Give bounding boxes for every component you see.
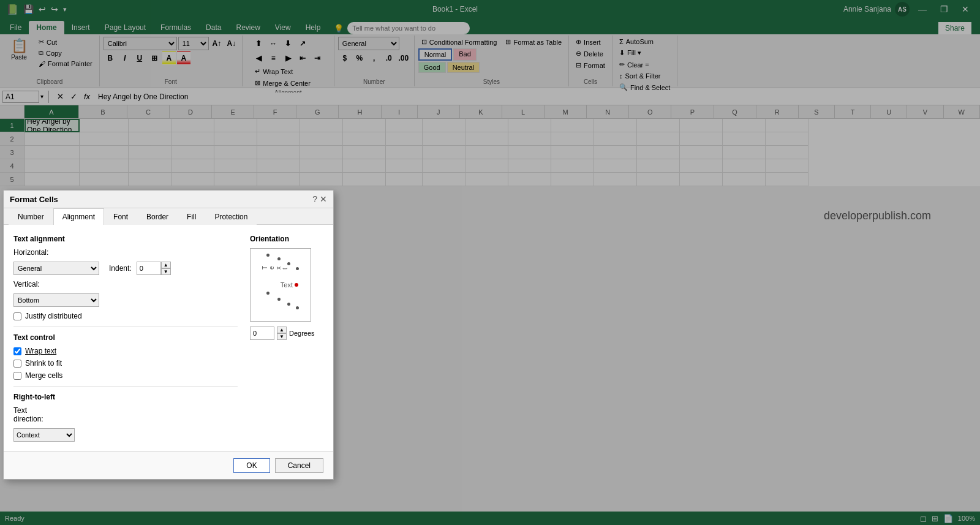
orientation-dot-7 bbox=[287, 303, 290, 306]
dialog-two-col: Text alignment Horizontal: General Left … bbox=[13, 235, 323, 442]
text-direction-select-row: Context Left-to-Right Right-to-Left bbox=[13, 428, 238, 442]
dialog-tab-font[interactable]: Font bbox=[104, 208, 137, 225]
justify-distributed-label: Justify distributed bbox=[25, 312, 82, 320]
merge-cells-row: Merge cells bbox=[13, 371, 238, 380]
vertical-select[interactable]: Top Center Bottom Justify bbox=[13, 293, 99, 307]
dialog-tab-alignment[interactable]: Alignment bbox=[53, 208, 104, 225]
horizontal-select[interactable]: General Left Center Right Fill Justify bbox=[13, 262, 99, 275]
ok-button[interactable]: OK bbox=[233, 458, 270, 473]
horizontal-row: Horizontal: bbox=[13, 248, 238, 257]
shrink-to-fit-label: Shrink to fit bbox=[25, 359, 62, 368]
dialog-tab-border[interactable]: Border bbox=[137, 208, 178, 225]
degrees-input[interactable] bbox=[250, 327, 274, 340]
text-control-label: Text control bbox=[13, 333, 238, 342]
degrees-down-button[interactable]: ▼ bbox=[277, 333, 287, 340]
horizontal-label: Horizontal: bbox=[13, 248, 56, 257]
indent-input[interactable] bbox=[137, 262, 161, 275]
orientation-dot-5 bbox=[266, 292, 270, 295]
indent-label: Indent: bbox=[109, 264, 132, 273]
indent-spinner-buttons: ▲ ▼ bbox=[161, 262, 171, 275]
dialog-close-button[interactable]: ✕ bbox=[320, 194, 327, 204]
orientation-vertical-text: Text bbox=[262, 266, 288, 270]
dialog-body: Text alignment Horizontal: General Left … bbox=[4, 225, 333, 451]
degrees-up-button[interactable]: ▲ bbox=[277, 327, 287, 333]
dialog-tab-number[interactable]: Number bbox=[9, 208, 53, 225]
degrees-label: Degrees bbox=[289, 330, 315, 337]
vertical-select-row: Top Center Bottom Justify bbox=[13, 293, 238, 307]
orientation-horizontal-text: Text bbox=[281, 281, 298, 289]
dialog-help-button[interactable]: ? bbox=[312, 194, 317, 204]
justify-distributed-checkbox[interactable] bbox=[13, 312, 21, 320]
orientation-dot-4 bbox=[296, 267, 299, 270]
dialog-title: Format Cells bbox=[10, 195, 58, 204]
orientation-dot-6 bbox=[277, 298, 281, 301]
horizontal-select-row: General Left Center Right Fill Justify I… bbox=[13, 262, 238, 275]
dialog-footer: OK Cancel bbox=[4, 451, 333, 479]
vertical-label: Vertical: bbox=[13, 280, 56, 289]
dialog-title-bar: Format Cells ? ✕ bbox=[4, 191, 333, 208]
dialog-tab-protection[interactable]: Protection bbox=[205, 208, 257, 225]
indent-down-button[interactable]: ▼ bbox=[161, 268, 171, 275]
dialog-left-col: Text alignment Horizontal: General Left … bbox=[13, 235, 238, 442]
indent-up-button[interactable]: ▲ bbox=[161, 262, 171, 268]
merge-cells-checkbox[interactable] bbox=[13, 372, 21, 380]
indent-spinner: ▲ ▼ bbox=[137, 262, 171, 275]
degrees-spinner-buttons: ▲ ▼ bbox=[277, 327, 287, 340]
dialog-right-col: Orientation Text bbox=[250, 235, 323, 442]
text-direction-row: Text direction: bbox=[13, 406, 238, 423]
orientation-red-dot bbox=[295, 283, 298, 287]
section-divider-1 bbox=[13, 327, 238, 327]
merge-cells-label: Merge cells bbox=[25, 371, 62, 380]
shrink-to-fit-row: Shrink to fit bbox=[13, 359, 238, 368]
orientation-label: Orientation bbox=[250, 235, 323, 243]
wrap-text-dialog-label[interactable]: Wrap text bbox=[25, 347, 56, 355]
text-direction-select[interactable]: Context Left-to-Right Right-to-Left bbox=[13, 428, 75, 442]
orientation-box[interactable]: Text Text bbox=[250, 248, 311, 322]
format-cells-dialog: Format Cells ? ✕ Number Alignment Font B… bbox=[3, 190, 334, 480]
justify-distributed-row: Justify distributed bbox=[13, 312, 238, 320]
dialog-tab-fill[interactable]: Fill bbox=[178, 208, 205, 225]
section-divider-2 bbox=[13, 386, 238, 387]
wrap-text-row: Wrap text bbox=[13, 347, 238, 355]
wrap-text-checkbox[interactable] bbox=[13, 347, 21, 355]
degrees-row: ▲ ▼ Degrees bbox=[250, 327, 323, 340]
orientation-dot-1 bbox=[266, 254, 270, 257]
modal-overlay: Format Cells ? ✕ Number Alignment Font B… bbox=[0, 0, 980, 525]
text-alignment-section-title: Text alignment bbox=[13, 235, 238, 243]
orientation-dot-3 bbox=[287, 262, 290, 265]
shrink-to-fit-checkbox[interactable] bbox=[13, 360, 21, 368]
cancel-button[interactable]: Cancel bbox=[275, 458, 323, 473]
orientation-dot-2 bbox=[277, 257, 281, 260]
vertical-row: Vertical: bbox=[13, 280, 238, 289]
orientation-dot-8 bbox=[296, 306, 299, 309]
dialog-title-icons: ? ✕ bbox=[312, 194, 327, 204]
dialog-tabs: Number Alignment Font Border Fill Protec… bbox=[4, 208, 333, 225]
orientation-text-label: Text bbox=[281, 281, 293, 289]
right-to-left-label: Right-to-left bbox=[13, 393, 238, 401]
text-direction-label: Text direction: bbox=[13, 406, 56, 423]
